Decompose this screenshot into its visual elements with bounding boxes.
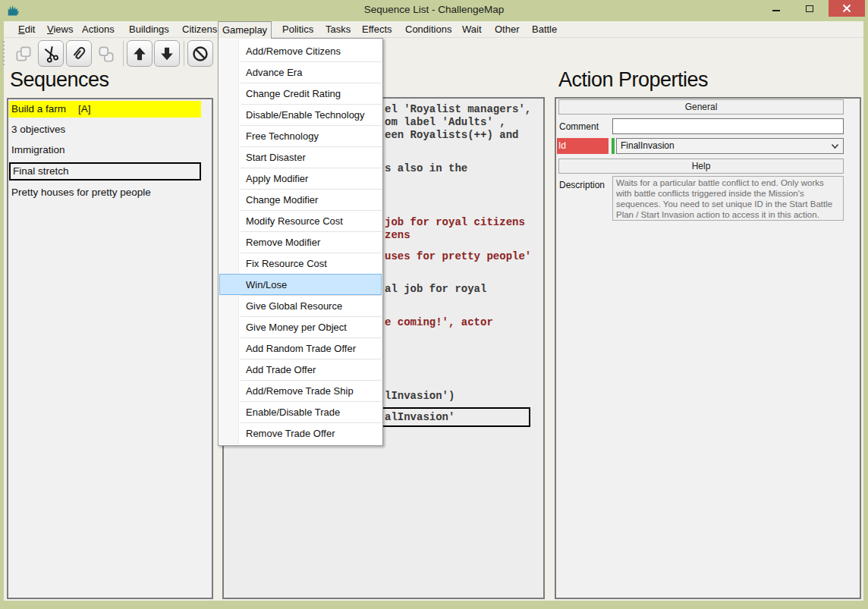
id-valid-indicator <box>612 138 615 154</box>
menu-item-change-credit-rating[interactable]: Change Credit Rating <box>219 83 382 104</box>
copy-pages-button[interactable] <box>93 40 119 67</box>
maximize-icon <box>806 5 813 12</box>
action-line-selected[interactable]: alInvasion' <box>385 411 454 423</box>
menu-buildings[interactable]: Buildings <box>126 21 172 38</box>
general-section-header[interactable]: General <box>558 99 844 115</box>
menu-item-add-remove-citizens[interactable]: Add/Remove Citizens <box>219 40 382 61</box>
list-item[interactable]: 3 objectives <box>9 121 201 138</box>
comment-input[interactable] <box>612 118 844 134</box>
block-icon <box>191 45 209 63</box>
cut-button[interactable] <box>38 40 64 67</box>
menu-item-remove-trade-offer[interactable]: Remove Trade Offer <box>219 422 382 444</box>
action-line[interactable]: lInvasion') <box>385 390 454 402</box>
menu-item-advance-era[interactable]: Advance Era <box>219 61 382 83</box>
menu-item-change-modifier[interactable]: Change Modifier <box>219 189 382 210</box>
attach-button[interactable] <box>66 40 92 67</box>
maximize-button[interactable] <box>794 0 826 17</box>
action-properties-heading: Action Properties <box>558 68 708 92</box>
menu-item-add-remove-trade-ship[interactable]: Add/Remove Trade Ship <box>219 380 382 401</box>
action-line[interactable]: zens <box>385 229 410 241</box>
sequence-badge: [A] <box>78 103 91 115</box>
minimize-button[interactable] <box>760 0 792 17</box>
move-down-icon <box>159 46 175 62</box>
comment-label: Comment <box>559 121 599 132</box>
menu-item-add-random-trade-offer[interactable]: Add Random Trade Offer <box>219 337 382 359</box>
close-icon <box>842 4 851 13</box>
description-text: Waits for a particular battle conflict t… <box>612 176 844 221</box>
menu-item-give-money-per-object[interactable]: Give Money per Object <box>219 316 382 337</box>
menu-item-disable-enable-technology[interactable]: Disable/Enable Technology <box>219 104 382 125</box>
sequences-heading: Sequences <box>10 68 109 92</box>
titlebar: Sequence List - ChallengeMap <box>0 0 868 21</box>
menu-battle[interactable]: Battle <box>529 21 560 38</box>
move-up-icon <box>131 46 148 62</box>
menu-item-start-disaster[interactable]: Start Disaster <box>219 146 382 168</box>
menu-citizens[interactable]: Citizens <box>179 21 220 38</box>
toolbar-grip[interactable] <box>2 41 5 66</box>
id-combobox-value: FinalInvasion <box>621 140 675 151</box>
action-line[interactable]: job for royal citizens <box>385 216 525 228</box>
chevron-down-icon <box>831 143 839 149</box>
action-line[interactable]: el 'Royalist managers', <box>385 103 531 115</box>
menu-conditions[interactable]: Conditions <box>402 21 454 38</box>
cut-icon <box>39 42 63 65</box>
menu-item-modify-resource-cost[interactable]: Modify Resource Cost <box>219 210 382 231</box>
action-line[interactable]: s also in the <box>385 162 467 174</box>
window-title: Sequence List - ChallengeMap <box>0 4 868 15</box>
description-label: Description <box>559 180 605 190</box>
action-line[interactable]: al job for royal <box>385 283 486 295</box>
list-item[interactable]: Build a farm[A] <box>9 101 201 118</box>
copy-icon <box>14 44 33 64</box>
menu-actions[interactable]: Actions <box>79 21 118 38</box>
close-button[interactable] <box>829 0 865 17</box>
menu-item-give-global-resource[interactable]: Give Global Resource <box>219 295 382 316</box>
menu-other[interactable]: Other <box>492 21 523 38</box>
block-button[interactable] <box>187 40 213 67</box>
menu-item-win-lose[interactable]: Win/Lose <box>219 274 382 295</box>
menu-item-enable-disable-trade[interactable]: Enable/Disable Trade <box>219 401 382 422</box>
menu-item-apply-modifier[interactable]: Apply Modifier <box>219 168 382 189</box>
menu-item-fix-resource-cost[interactable]: Fix Resource Cost <box>219 253 382 274</box>
menu-wait[interactable]: Wait <box>459 21 485 38</box>
toolbar-separator <box>184 41 184 66</box>
action-line[interactable]: uses for pretty people' <box>385 250 531 262</box>
help-section-header[interactable]: Help <box>558 159 844 174</box>
id-combobox[interactable]: FinalInvasion <box>616 138 844 154</box>
id-label: Id <box>557 138 609 154</box>
menu-tasks[interactable]: Tasks <box>322 21 354 38</box>
gameplay-dropdown-menu: Add/Remove Citizens Advance Era Change C… <box>218 38 383 446</box>
menu-edit[interactable]: Edit <box>15 21 38 38</box>
menu-gameplay[interactable]: Gameplay <box>218 21 272 39</box>
menu-politics[interactable]: Politics <box>279 21 316 38</box>
list-item[interactable]: Final stretch <box>9 162 201 181</box>
list-item[interactable]: Immigration <box>9 142 201 159</box>
move-down-button[interactable] <box>154 40 180 67</box>
menu-item-add-trade-offer[interactable]: Add Trade Offer <box>219 359 382 380</box>
action-line[interactable]: om label 'Adults' , <box>385 116 506 128</box>
minimize-icon <box>772 10 780 11</box>
menu-views[interactable]: Views <box>44 21 76 38</box>
action-line[interactable]: e coming!', actor <box>385 316 493 328</box>
copy-button[interactable] <box>11 40 36 67</box>
paperclip-icon <box>65 39 93 67</box>
list-item[interactable]: Pretty houses for pretty people <box>9 184 201 201</box>
menu-effects[interactable]: Effects <box>359 21 395 38</box>
move-up-button[interactable] <box>127 40 153 67</box>
action-line[interactable]: een Royalists(++) and <box>385 129 518 141</box>
sequences-list: Build a farm[A] 3 objectives Immigration… <box>7 98 213 599</box>
menu-item-remove-modifier[interactable]: Remove Modifier <box>219 231 382 253</box>
app-window: Sequence List - ChallengeMap Edit Views … <box>0 0 868 609</box>
toolbar-separator <box>123 41 124 66</box>
copy-pages-icon <box>96 44 116 64</box>
menu-item-free-technology[interactable]: Free Technology <box>219 125 382 146</box>
menubar: Edit Views Actions Buildings Citizens Po… <box>4 21 863 38</box>
